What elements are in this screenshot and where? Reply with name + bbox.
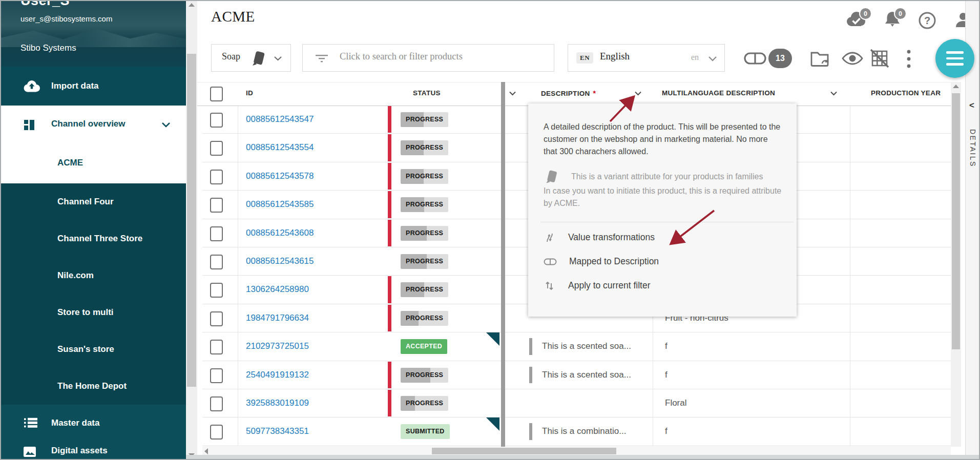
help-icon[interactable]: ?: [918, 11, 936, 30]
language-label: English: [600, 51, 630, 62]
row-checkbox[interactable]: [210, 283, 223, 298]
search-input[interactable]: Click to search or filter products: [302, 44, 554, 72]
row-checkbox[interactable]: [210, 425, 223, 440]
required-indicator: [388, 362, 391, 388]
product-id-link[interactable]: 00885612543554: [246, 142, 314, 153]
scrollbar-thumb[interactable]: [432, 448, 616, 454]
status-badge: PROGRESS: [401, 311, 448, 326]
product-id-link[interactable]: 1306264258980: [246, 284, 309, 295]
row-checkbox[interactable]: [210, 170, 223, 184]
product-id-link[interactable]: 3925883019109: [246, 398, 309, 408]
multilanguage-text: f: [665, 370, 668, 380]
required-indicator: [388, 220, 391, 246]
sidebar-item-the-home-depot[interactable]: The Home Depot: [0, 368, 186, 405]
menu-item-value-transformations[interactable]: Value transformations: [544, 225, 781, 249]
scroll-up-arrow-icon[interactable]: [189, 3, 195, 7]
chevron-down-icon[interactable]: [830, 91, 838, 96]
sidebar-item-nile-com[interactable]: Nile.com: [0, 257, 186, 294]
language-selector[interactable]: EN English en: [568, 44, 725, 72]
column-splitter-handle[interactable]: [501, 82, 505, 447]
column-header-production-year[interactable]: PRODUCTION YEAR: [871, 89, 941, 97]
details-panel-label: DETAILS: [969, 129, 977, 168]
sidebar-item-store-to-multi[interactable]: Store to multi: [0, 294, 186, 331]
status-badge: PROGRESS: [401, 197, 448, 212]
product-id-link[interactable]: 2102973725015: [246, 341, 309, 351]
chevron-left-icon[interactable]: <: [969, 100, 974, 111]
production-year-cell: [850, 219, 951, 247]
sidebar: User_S user_s@stibosystems.com Stibo Sys…: [0, 0, 186, 460]
column-header-multilanguage-description[interactable]: MULTILANGUAGE DESCRIPTION: [662, 89, 775, 97]
product-id-link[interactable]: 2540491919132: [246, 370, 309, 380]
variant-note-text: This is a variant attribute for your pro…: [571, 172, 763, 181]
product-id-link[interactable]: 1984791796634: [246, 313, 309, 323]
table-header: ID STATUS DESCRIPTION* MULTILANGUAGE DES…: [197, 82, 951, 106]
sidebar-item-channel-four[interactable]: Channel Four: [0, 183, 186, 220]
product-id-link[interactable]: 00885612543547: [246, 114, 314, 124]
status-badge: PROGRESS: [401, 368, 448, 383]
menu-item-apply-to-current-filter[interactable]: Apply to current filter: [544, 274, 781, 298]
product-id-link[interactable]: 00885612543585: [246, 199, 314, 210]
table-row: 5097738343351SUBMITTEDThis is a combinat…: [202, 417, 951, 446]
sidebar-item-acme[interactable]: ACME: [0, 144, 186, 183]
product-id-link[interactable]: 5097738343351: [246, 426, 309, 436]
cloud-upload-icon: [23, 79, 41, 93]
status-badge: SUBMITTED: [401, 424, 450, 439]
scrollbar-thumb[interactable]: [952, 93, 960, 349]
scroll-left-arrow-icon[interactable]: [204, 448, 208, 454]
chevron-down-icon[interactable]: [634, 91, 642, 96]
table-horizontal-scrollbar[interactable]: [202, 447, 951, 455]
status-badge: ACCEPTED: [401, 339, 447, 354]
row-checkbox[interactable]: [210, 340, 223, 354]
grid-off-icon[interactable]: [869, 48, 891, 70]
sidebar-item-channel-overview[interactable]: Channel overview: [0, 106, 186, 144]
tasks-icon[interactable]: 0: [844, 10, 868, 28]
production-year-cell: [850, 417, 951, 445]
column-header-description[interactable]: DESCRIPTION*: [541, 89, 596, 97]
product-id-link[interactable]: 00885612543615: [246, 256, 314, 266]
chevron-down-icon[interactable]: [161, 122, 171, 128]
scrollbar-thumb[interactable]: [187, 54, 196, 387]
select-all-checkbox[interactable]: [210, 87, 223, 101]
row-checkbox[interactable]: [210, 113, 223, 128]
row-checkbox[interactable]: [210, 311, 223, 326]
product-type-selector[interactable]: Soap: [211, 44, 291, 72]
sidebar-item-import-data[interactable]: Import data: [0, 67, 186, 106]
image-icon: [23, 446, 37, 458]
folder-sync-icon[interactable]: [809, 49, 832, 69]
required-indicator: [388, 163, 391, 190]
mapped-attributes-icon[interactable]: [744, 51, 767, 66]
window-horizontal-scrollbar[interactable]: [186, 455, 980, 460]
page-vertical-scrollbar[interactable]: [186, 0, 197, 460]
sidebar-item-digital-assets[interactable]: Digital assets: [0, 442, 186, 460]
scroll-up-arrow-icon[interactable]: [953, 85, 959, 88]
sidebar-item-master-data[interactable]: Master data: [0, 405, 186, 442]
table-vertical-scrollbar[interactable]: [951, 82, 961, 447]
chevron-down-icon[interactable]: [509, 91, 516, 96]
production-year-cell: [850, 332, 951, 360]
row-checkbox[interactable]: [210, 226, 223, 241]
row-checkbox[interactable]: [210, 255, 223, 269]
menu-item-mapped-to-description[interactable]: Mapped to Description: [544, 249, 781, 274]
column-header-status[interactable]: STATUS: [413, 89, 441, 97]
sort-arrows-icon: [544, 280, 556, 292]
required-note-text: In case you want to initiate this produc…: [544, 185, 782, 210]
product-id-link[interactable]: 00885612543608: [246, 228, 314, 238]
production-year-cell: [850, 389, 951, 417]
grid-icon: [23, 118, 36, 132]
row-checkbox[interactable]: [210, 396, 223, 411]
application-window: User_S user_s@stibosystems.com Stibo Sys…: [0, 0, 980, 460]
column-header-id[interactable]: ID: [246, 89, 253, 97]
approved-corner-flag-icon: [486, 332, 499, 346]
row-checkbox[interactable]: [210, 198, 223, 213]
production-year-cell: [850, 162, 951, 190]
product-id-link[interactable]: 00885612543578: [246, 171, 314, 181]
main-menu-fab-button[interactable]: [935, 39, 974, 78]
row-checkbox[interactable]: [210, 368, 223, 383]
sidebar-item-channel-three-store[interactable]: Channel Three Store: [0, 220, 186, 257]
notifications-bell-icon[interactable]: 0: [882, 10, 903, 29]
status-badge: PROGRESS: [401, 169, 448, 184]
sidebar-item-susans-store[interactable]: Susan's store: [0, 331, 186, 368]
row-checkbox[interactable]: [210, 141, 223, 156]
eye-preview-icon[interactable]: [841, 51, 864, 66]
kebab-menu-icon[interactable]: [906, 49, 912, 69]
